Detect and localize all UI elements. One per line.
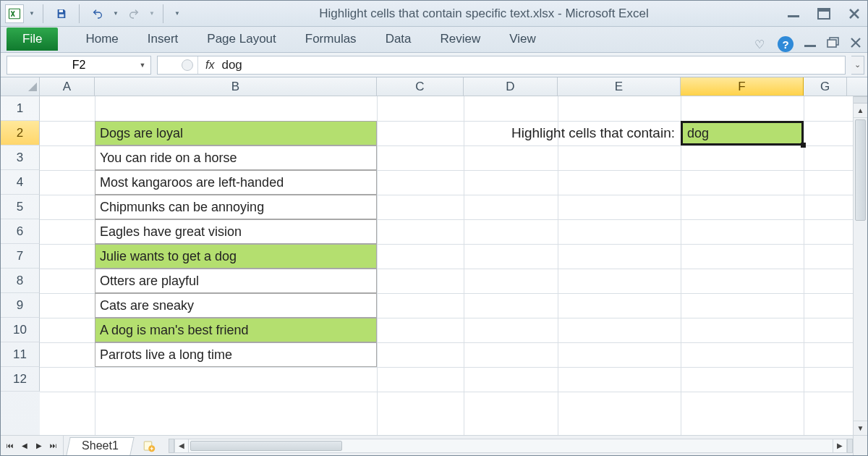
scroll-right-icon[interactable]: ▶ [833,439,847,453]
strip-corner [853,436,867,455]
formula-text[interactable]: dog [221,58,845,72]
name-box-dropdown-icon[interactable]: ▼ [137,60,148,70]
tab-review[interactable]: Review [426,28,495,52]
row-header-11[interactable]: 11 [1,342,40,367]
excel-logo-icon[interactable] [5,4,24,23]
cells-canvas[interactable]: Dogs are loyal You can ride on a horse M… [40,96,853,435]
row-header-9[interactable]: 9 [1,293,40,318]
workbook-close-icon[interactable] [850,37,861,51]
row-header-3[interactable]: 3 [1,145,40,170]
cell-f2-active[interactable]: dog [681,121,804,145]
expand-formula-bar-icon[interactable]: ⌄ [851,56,864,75]
column-header-d[interactable]: D [464,77,558,96]
select-all-corner[interactable] [1,77,40,96]
sheet-tab-label: Sheet1 [82,439,119,452]
ribbon-minimize-icon[interactable]: ♡ [754,38,767,51]
column-header-c[interactable]: C [377,77,464,96]
tab-page-layout[interactable]: Page Layout [192,28,290,52]
workbook-restore-icon[interactable] [827,37,840,51]
svg-rect-2 [59,14,64,17]
quick-access-toolbar: ▼ ▼ ▼ ▼ [5,4,183,23]
maximize-icon[interactable] [815,7,833,21]
cell-b9[interactable]: Cats are sneaky [95,293,377,318]
column-header-g[interactable]: G [804,77,847,96]
qat-customize-dropdown-icon[interactable]: ▼ [171,10,183,17]
vscroll-track[interactable] [854,118,867,421]
new-sheet-icon[interactable] [138,436,160,455]
tab-nav-last-icon[interactable]: ⏭ [47,439,60,452]
hscroll-split-handle[interactable] [847,439,853,453]
horizontal-scrollbar[interactable]: ◀ ▶ [169,436,853,455]
help-icon[interactable]: ? [778,36,793,52]
qat-separator-2 [79,4,83,23]
redo-dropdown-icon[interactable]: ▼ [148,10,156,17]
tab-insert[interactable]: Insert [133,28,193,52]
column-header-e[interactable]: E [558,77,681,96]
app-menu-dropdown-icon[interactable]: ▼ [28,10,35,17]
svg-rect-3 [788,15,799,17]
workbook-minimize-icon[interactable] [804,38,817,51]
fill-handle[interactable] [801,143,806,148]
cell-b5[interactable]: Chipmunks can be annoying [95,195,377,219]
row-header-6[interactable]: 6 [1,219,40,244]
cancel-formula-icon[interactable] [182,59,193,71]
scroll-down-icon[interactable]: ▼ [854,421,867,435]
tab-nav-buttons: ⏮ ◀ ▶ ⏭ [1,436,64,455]
svg-rect-8 [827,40,836,47]
minimize-icon[interactable] [785,7,802,21]
row-header-2[interactable]: 2 [1,121,40,145]
window-title: Highlight cells that contain specific te… [183,7,785,21]
undo-dropdown-icon[interactable]: ▼ [112,10,119,17]
undo-icon[interactable] [88,4,108,23]
column-header-b[interactable]: B [95,77,377,96]
row-header-12[interactable]: 12 [1,367,40,392]
row-header-7[interactable]: 7 [1,244,40,269]
window-controls [785,7,863,21]
redo-icon[interactable] [124,4,144,23]
cell-b7[interactable]: Julie wants to get a dog [95,244,377,269]
row-header-1[interactable]: 1 [1,96,40,121]
scroll-left-icon[interactable]: ◀ [174,439,189,453]
close-icon[interactable] [846,7,863,21]
svg-rect-0 [9,9,20,19]
row-header-4[interactable]: 4 [1,170,40,195]
column-header-a[interactable]: A [40,77,95,96]
qat-separator [43,4,47,23]
name-box-value: F2 [72,59,86,72]
tab-nav-next-icon[interactable]: ▶ [33,439,46,452]
svg-rect-1 [59,9,63,12]
tab-hscroll-splitter[interactable] [169,439,174,453]
row-header-8[interactable]: 8 [1,269,40,293]
name-box[interactable]: F2 ▼ [7,56,151,75]
sheet-tab-sheet1[interactable]: Sheet1 [66,437,134,455]
vscroll-thumb[interactable] [855,119,866,221]
cell-b2[interactable]: Dogs are loyal [95,121,377,145]
formula-input-area[interactable]: fx dog [157,56,846,75]
tab-home[interactable]: Home [71,28,132,52]
cell-b10[interactable]: A dog is man's best friend [95,318,377,342]
excel-window: ▼ ▼ ▼ ▼ Highlight cells that contain spe… [0,0,868,456]
tab-nav-first-icon[interactable]: ⏮ [4,439,17,452]
cell-label-highlight[interactable]: Highlight cells that contain: [377,121,681,145]
cell-b3[interactable]: You can ride on a horse [95,145,377,170]
tab-data[interactable]: Data [371,28,426,52]
fx-icon[interactable]: fx [198,59,221,72]
row-header-5[interactable]: 5 [1,195,40,219]
cell-b8[interactable]: Otters are playful [95,269,377,293]
tab-formulas[interactable]: Formulas [291,28,371,52]
cell-b6[interactable]: Eagles have great vision [95,219,377,244]
hscroll-thumb[interactable] [190,441,342,451]
tab-nav-prev-icon[interactable]: ◀ [18,439,31,452]
vertical-scrollbar[interactable]: ▲ ▼ [853,96,867,435]
column-headers: A B C D E F G [1,77,867,96]
save-icon[interactable] [51,4,72,23]
column-header-f[interactable]: F [681,77,804,96]
row-header-10[interactable]: 10 [1,318,40,342]
vertical-split-handle[interactable] [854,96,867,104]
hscroll-track[interactable] [189,439,833,453]
cell-b11[interactable]: Parrots live a long time [95,342,377,367]
tab-view[interactable]: View [495,28,550,52]
cell-b4[interactable]: Most kangaroos are left-handed [95,170,377,195]
tab-file[interactable]: File [7,28,58,51]
scroll-up-icon[interactable]: ▲ [854,104,867,118]
